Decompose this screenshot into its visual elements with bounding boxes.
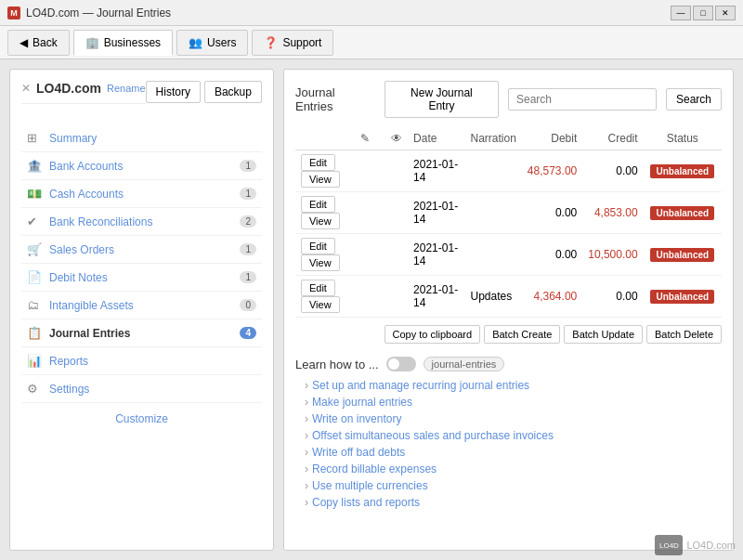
- app-icon: M: [7, 7, 20, 20]
- edit-col-icon: ✎: [360, 132, 370, 145]
- table-row: Edit View 2021-01-14 0.00 10,500.00 Unba…: [295, 234, 722, 276]
- view-col-icon: 👁: [391, 132, 402, 145]
- users-tab[interactable]: 👥 Users: [176, 30, 248, 56]
- row-date-0: 2021-01-14: [408, 150, 464, 192]
- learn-link-0[interactable]: Set up and manage recurring journal entr…: [305, 379, 722, 392]
- copy-clipboard-button[interactable]: Copy to clipboard: [385, 325, 481, 344]
- learn-link-5[interactable]: Record billable expenses: [305, 462, 722, 475]
- edit-button-1[interactable]: Edit: [301, 196, 335, 213]
- col-header-narration: Narration: [464, 127, 521, 150]
- action-buttons: History Backup: [146, 81, 262, 103]
- backup-button[interactable]: Backup: [204, 81, 262, 103]
- back-icon: ◀: [20, 36, 28, 49]
- journal-entries-header: Journal Entries New Journal Entry Search: [295, 81, 722, 118]
- sidebar-item-cash-accounts[interactable]: 💵 Cash Accounts 1: [21, 180, 262, 208]
- sidebar-item-reports[interactable]: 📊 Reports: [21, 347, 262, 375]
- row-date-1: 2021-01-14: [408, 192, 464, 234]
- row-status-2: Unbalanced: [644, 234, 722, 276]
- history-button[interactable]: History: [146, 81, 201, 103]
- journal-entries-badge: 4: [240, 327, 256, 339]
- minimize-button[interactable]: —: [671, 6, 691, 20]
- business-panel: ✕ LO4D.com Rename History Backup ⊞ Summa…: [9, 69, 274, 551]
- view-button-0[interactable]: View: [301, 171, 340, 188]
- rename-link[interactable]: Rename: [107, 83, 146, 94]
- close-button[interactable]: ✕: [715, 6, 736, 20]
- learn-toggle[interactable]: [386, 357, 416, 371]
- bank-accounts-icon: 🏦: [27, 159, 42, 173]
- view-button-3[interactable]: View: [301, 296, 340, 313]
- learn-section: Learn how to ... journal-entries Set up …: [295, 357, 722, 509]
- col-header-credit: Credit: [582, 127, 643, 150]
- row-status-3: Unbalanced: [644, 276, 722, 318]
- batch-update-button[interactable]: Batch Update: [564, 325, 643, 344]
- view-button-1[interactable]: View: [301, 213, 340, 229]
- col-header-edit-icon: ✎: [355, 127, 385, 150]
- maximize-button[interactable]: □: [693, 6, 713, 20]
- row-view-icon-3: [385, 276, 408, 318]
- back-button[interactable]: ◀ Back: [7, 30, 70, 56]
- edit-button-2[interactable]: Edit: [301, 238, 335, 254]
- row-edit-icon-1: [355, 192, 385, 234]
- sidebar-item-settings[interactable]: ⚙ Settings: [21, 375, 262, 403]
- row-view-icon-0: [385, 150, 408, 192]
- watermark: LO4D LO4D.com: [655, 535, 736, 555]
- intangible-assets-icon: 🗂: [27, 298, 42, 312]
- row-debit-0: 48,573.00: [522, 150, 582, 192]
- cash-accounts-icon: 💵: [27, 187, 42, 201]
- status-badge-1: Unbalanced: [650, 206, 714, 220]
- batch-create-button[interactable]: Batch Create: [484, 325, 560, 344]
- table-row: Edit View 2021-01-14 Updates 4,364.00 0.…: [295, 276, 722, 318]
- status-badge-0: Unbalanced: [650, 164, 714, 178]
- new-journal-entry-button[interactable]: New Journal Entry: [385, 81, 499, 118]
- learn-link-3[interactable]: Offset simultaneous sales and purchase i…: [305, 429, 722, 442]
- row-credit-2: 10,500.00: [582, 234, 643, 276]
- row-actions-3: Edit View: [295, 276, 355, 318]
- sidebar-item-journal-entries[interactable]: 📋 Journal Entries 4: [21, 319, 262, 347]
- customize-link[interactable]: Customize: [21, 403, 262, 435]
- sidebar-item-bank-reconciliations[interactable]: ✔ Bank Reconciliations 2: [21, 208, 262, 236]
- edit-button-3[interactable]: Edit: [301, 280, 335, 296]
- learn-link-7[interactable]: Copy lists and reports: [305, 496, 722, 509]
- view-button-2[interactable]: View: [301, 254, 340, 271]
- learn-link-6[interactable]: Use multiple currencies: [305, 479, 722, 492]
- title-bar: M LO4D.com — Journal Entries — □ ✕: [0, 0, 743, 26]
- sidebar-item-debit-notes[interactable]: 📄 Debit Notes 1: [21, 264, 262, 292]
- window-controls[interactable]: — □ ✕: [671, 6, 736, 20]
- row-narration-0: [464, 150, 521, 192]
- batch-actions: Copy to clipboard Batch Create Batch Upd…: [295, 325, 722, 344]
- status-badge-2: Unbalanced: [650, 248, 714, 262]
- debit-notes-icon: 📄: [27, 270, 42, 284]
- sidebar-item-intangible-assets[interactable]: 🗂 Intangible Assets 0: [21, 292, 262, 319]
- business-header: ✕ LO4D.com Rename: [21, 81, 146, 104]
- journal-entries-icon: 📋: [27, 326, 42, 340]
- right-panel: Journal Entries New Journal Entry Search…: [283, 69, 734, 551]
- intangible-assets-badge: 0: [240, 299, 256, 311]
- support-icon: ❓: [264, 36, 278, 49]
- row-credit-3: 0.00: [582, 276, 643, 318]
- support-tab[interactable]: ❓ Support: [252, 30, 333, 56]
- sidebar-item-sales-orders[interactable]: 🛒 Sales Orders 1: [21, 236, 262, 264]
- batch-delete-button[interactable]: Batch Delete: [646, 325, 722, 344]
- row-status-0: Unbalanced: [644, 150, 722, 192]
- learn-header: Learn how to ... journal-entries: [295, 357, 722, 371]
- status-badge-3: Unbalanced: [650, 290, 714, 304]
- learn-link-4[interactable]: Write off bad debts: [305, 446, 722, 459]
- row-view-icon-2: [385, 234, 408, 276]
- businesses-icon: 🏢: [85, 36, 99, 49]
- sidebar-item-summary[interactable]: ⊞ Summary: [21, 124, 262, 152]
- businesses-tab[interactable]: 🏢 Businesses: [73, 30, 173, 56]
- table-row: Edit View 2021-01-14 48,573.00 0.00 Unba…: [295, 150, 722, 192]
- close-business-icon[interactable]: ✕: [21, 82, 31, 95]
- row-date-3: 2021-01-14: [408, 276, 464, 318]
- learn-link-1[interactable]: Make journal entries: [305, 396, 722, 409]
- row-edit-icon-0: [355, 150, 385, 192]
- sidebar-item-bank-accounts[interactable]: 🏦 Bank Accounts 1: [21, 152, 262, 180]
- business-name: LO4D.com: [36, 81, 101, 96]
- sales-orders-icon: 🛒: [27, 242, 42, 256]
- learn-link-2[interactable]: Write on inventory: [305, 412, 722, 425]
- search-button[interactable]: Search: [666, 88, 722, 111]
- edit-button-0[interactable]: Edit: [301, 154, 335, 171]
- row-credit-0: 0.00: [582, 150, 643, 192]
- search-input[interactable]: [508, 88, 657, 111]
- row-actions-0: Edit View: [295, 150, 355, 192]
